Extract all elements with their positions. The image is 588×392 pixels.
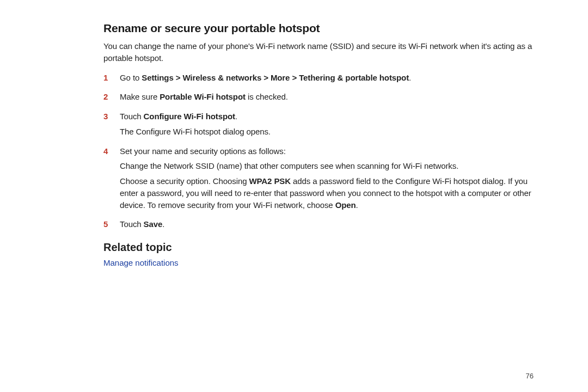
ui-label: Save bbox=[144, 219, 163, 229]
page-number: 76 bbox=[526, 372, 534, 380]
step-body: Go to Settings > Wireless & networks > M… bbox=[120, 72, 534, 87]
ordered-steps: 1 Go to Settings > Wireless & networks >… bbox=[103, 72, 534, 234]
step-body: Touch Configure Wi-Fi hotspot. The Confi… bbox=[120, 111, 534, 141]
text: . bbox=[409, 73, 411, 82]
ui-label: Portable Wi-Fi hotspot bbox=[160, 92, 246, 101]
step-line: Choose a security option. Choosing WPA2 … bbox=[120, 175, 534, 211]
text: Touch bbox=[120, 219, 144, 229]
ui-path: Settings > Wireless & networks > More > … bbox=[142, 73, 409, 82]
text: Go to bbox=[120, 73, 142, 82]
document-page: Rename or secure your portable hotspot Y… bbox=[0, 0, 588, 392]
related-heading: Related topic bbox=[103, 241, 534, 254]
ui-label: WPA2 PSK bbox=[249, 176, 290, 186]
step-5: 5 Touch Save. bbox=[103, 218, 534, 234]
section-heading: Rename or secure your portable hotspot bbox=[103, 22, 534, 35]
step-line: Change the Network SSID (name) that othe… bbox=[120, 160, 534, 172]
text: Choose a security option. Choosing bbox=[120, 176, 249, 186]
ui-label: Configure Wi-Fi hotspot bbox=[144, 112, 235, 121]
intro-paragraph: You can change the name of your phone's … bbox=[103, 40, 534, 64]
step-1: 1 Go to Settings > Wireless & networks >… bbox=[103, 72, 534, 87]
text: is checked. bbox=[246, 92, 288, 101]
ui-label: Open bbox=[335, 200, 356, 210]
text: Touch bbox=[120, 112, 144, 121]
text: . bbox=[356, 200, 358, 210]
step-number: 2 bbox=[103, 91, 120, 103]
step-body: Touch Save. bbox=[120, 218, 534, 234]
step-number: 5 bbox=[103, 218, 120, 230]
step-body: Set your name and security options as fo… bbox=[120, 145, 534, 215]
step-number: 1 bbox=[103, 72, 120, 84]
step-2: 2 Make sure Portable Wi-Fi hotspot is ch… bbox=[103, 91, 534, 106]
text: . bbox=[235, 112, 237, 121]
related-link-manage-notifications[interactable]: Manage notifications bbox=[103, 258, 179, 267]
step-3: 3 Touch Configure Wi-Fi hotspot. The Con… bbox=[103, 111, 534, 141]
step-number: 4 bbox=[103, 145, 120, 157]
text: . bbox=[162, 219, 164, 229]
text: Make sure bbox=[120, 92, 160, 101]
step-body: Make sure Portable Wi-Fi hotspot is chec… bbox=[120, 91, 534, 106]
step-number: 3 bbox=[103, 111, 120, 122]
step-followup: The Configure Wi-Fi hotspot dialog opens… bbox=[120, 126, 534, 138]
step-line: Set your name and security options as fo… bbox=[120, 145, 534, 157]
step-4: 4 Set your name and security options as … bbox=[103, 145, 534, 215]
